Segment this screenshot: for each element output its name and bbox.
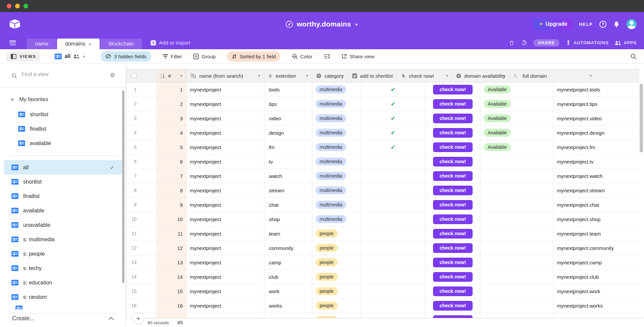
cell-extention[interactable]: .work [264,284,312,298]
cell-category[interactable]: multimedia [312,140,361,154]
cell-domain-availability[interactable] [480,255,553,269]
cell-category[interactable]: people [312,255,361,269]
cell-number[interactable]: 13 [156,255,186,269]
cell-extention[interactable]: .fm [264,140,312,154]
cell-full-domain[interactable]: mynextproject.fm [553,140,639,154]
cell-name[interactable]: mynextproject [186,255,264,269]
base-title[interactable]: worthy.domains [297,20,351,28]
row-gutter-cell[interactable]: 12 [126,241,156,255]
cell-full-domain[interactable]: mynextproject.stream [553,183,639,197]
cell-domain-availability[interactable] [480,299,553,313]
cell-add-to-shortlist[interactable] [361,255,426,269]
column-header-ext[interactable]: Aextention▼ [264,69,312,82]
cell-name[interactable]: mynextproject [186,284,264,298]
cell-full-domain[interactable]: mynextproject.video [553,111,639,125]
cell-domain-availability[interactable] [480,241,553,255]
cell-domain-availability[interactable] [480,226,553,241]
cell-full-domain[interactable]: mynextproject.team [553,226,639,241]
cell-extention[interactable]: .stream [264,183,312,197]
cell-full-domain[interactable]: mynextproject.shop [553,212,639,226]
hidden-fields-button[interactable]: 3 hidden fields [101,51,151,62]
shortlist-check-icon[interactable]: ✔ [391,101,395,108]
cell-full-domain[interactable]: mynextproject.tv [553,154,639,169]
row-gutter-cell[interactable]: 5 [126,140,156,154]
close-window-button[interactable] [7,4,11,8]
add-record-button[interactable]: + [132,313,144,324]
cell-add-to-shortlist[interactable] [361,169,426,183]
cell-category[interactable]: multimedia [312,169,361,183]
sort-button[interactable]: Sorted by 1 field [227,51,280,62]
base-title-caret-icon[interactable]: ▼ [355,22,359,27]
check-now-button[interactable]: check now! [433,186,473,195]
cell-number[interactable]: 7 [156,169,186,183]
cell-name[interactable]: mynextproject [186,198,264,212]
row-gutter-cell[interactable]: 13 [126,255,156,269]
cell-name[interactable]: mynextproject [186,82,264,96]
cell-domain-availability[interactable] [480,313,553,318]
column-menu-caret-icon[interactable]: ▼ [305,74,309,78]
cell-domain-availability[interactable] [480,198,553,212]
sidebar-menu-icon[interactable] [9,41,16,45]
cell-add-to-shortlist[interactable] [361,299,426,313]
notifications-bell-icon[interactable] [613,21,620,28]
favorite-view-item-available[interactable]: available [0,136,126,150]
check-now-button[interactable]: check now! [433,200,473,210]
column-header-name[interactable]: name (from search)▼ [186,69,264,82]
cell-add-to-shortlist[interactable]: ✔ [361,140,426,154]
check-now-button[interactable]: check now! [433,157,473,167]
cell-add-to-shortlist[interactable] [361,212,426,226]
cell-add-to-shortlist[interactable] [361,313,426,318]
cell-number[interactable]: 12 [156,241,186,255]
view-item-s-multimedia[interactable]: s: multimedia [4,232,122,247]
cell-extention[interactable]: .studio [264,313,312,318]
column-menu-caret-icon[interactable]: ▼ [589,74,593,78]
cell-full-domain[interactable]: mynextproject.watch [553,169,639,183]
cell-add-to-shortlist[interactable]: ✔ [361,126,426,140]
shortlist-check-icon[interactable]: ✔ [391,86,395,93]
current-view-selector[interactable]: all ▼ [55,53,86,59]
cell-domain-availability[interactable]: Available [480,126,553,140]
view-item-s-techy[interactable]: s: techy [4,261,122,275]
cell-category[interactable]: people [312,270,361,284]
tab-caret-icon[interactable]: ▼ [88,42,92,46]
cell-extention[interactable]: .tips [264,97,312,111]
shortlist-check-icon[interactable]: ✔ [391,129,395,136]
check-now-button[interactable]: check now! [433,301,473,311]
check-now-button[interactable]: check now! [433,99,473,109]
user-avatar[interactable] [627,19,637,29]
cell-number[interactable]: 6 [156,154,186,169]
cell-add-to-shortlist[interactable] [361,183,426,197]
cell-category[interactable]: multimedia [312,97,361,111]
cell-add-to-shortlist[interactable] [361,284,426,298]
row-gutter-cell[interactable]: 8 [126,183,156,197]
check-now-button[interactable]: check now! [433,128,473,138]
create-view-button[interactable]: Create... [0,310,126,327]
minimize-window-button[interactable] [15,4,20,8]
cell-full-domain[interactable]: mynextproject.studio [553,313,639,318]
upgrade-button[interactable]: ✦ Upgrade [534,19,572,30]
table-tab-blockchain[interactable]: blockchain [100,39,142,49]
automations-button[interactable]: AUTOMATIONS [566,40,608,46]
column-menu-caret-icon[interactable]: ▼ [503,74,506,78]
row-gutter-cell[interactable]: 10 [126,212,156,226]
filter-button[interactable]: Filter [163,54,182,59]
cell-number[interactable]: 1 [156,82,186,96]
shortlist-check-icon[interactable]: ✔ [391,144,395,151]
cell-name[interactable]: mynextproject [186,97,264,111]
group-button[interactable]: Group [193,54,216,59]
help-button[interactable]: HELP [579,22,593,27]
row-gutter-cell[interactable]: 11 [126,226,156,241]
cell-domain-availability[interactable]: Available [480,82,553,96]
cell-add-to-shortlist[interactable]: ✔ [361,111,426,125]
views-toggle-button[interactable]: VIEWS [6,51,41,62]
cell-name[interactable]: mynextproject [186,183,264,197]
check-now-button[interactable]: check now! [433,229,473,239]
add-or-import-button[interactable]: + Add or import [151,36,190,49]
cell-name[interactable]: mynextproject [186,226,264,241]
cell-number[interactable]: 4 [156,126,186,140]
check-now-button[interactable]: check now! [433,272,473,282]
cell-domain-availability[interactable]: Available [480,97,553,111]
history-icon[interactable] [521,40,527,46]
trash-icon[interactable] [508,40,515,46]
check-now-button[interactable]: check now! [433,114,473,123]
